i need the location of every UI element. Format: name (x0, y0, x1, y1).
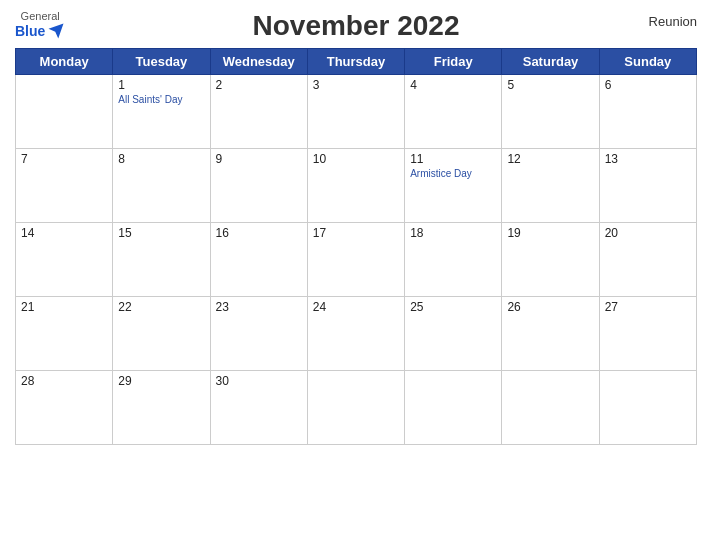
day-number: 4 (410, 78, 496, 92)
day-number: 26 (507, 300, 593, 314)
calendar-cell: 27 (599, 297, 696, 371)
day-number: 29 (118, 374, 204, 388)
calendar-cell: 8 (113, 149, 210, 223)
day-number: 22 (118, 300, 204, 314)
day-number: 3 (313, 78, 399, 92)
day-number: 10 (313, 152, 399, 166)
calendar-cell: 13 (599, 149, 696, 223)
calendar-cell: 11Armistice Day (405, 149, 502, 223)
calendar-table: MondayTuesdayWednesdayThursdayFridaySatu… (15, 48, 697, 445)
calendar-week-row: 1All Saints' Day23456 (16, 75, 697, 149)
day-number: 21 (21, 300, 107, 314)
calendar-cell: 9 (210, 149, 307, 223)
header-top: General Blue November 2022 Reunion (15, 10, 697, 42)
day-number: 24 (313, 300, 399, 314)
day-number: 19 (507, 226, 593, 240)
day-number: 8 (118, 152, 204, 166)
calendar-cell: 10 (307, 149, 404, 223)
calendar-cell: 20 (599, 223, 696, 297)
logo: General Blue (15, 10, 65, 40)
calendar-cell: 25 (405, 297, 502, 371)
day-number: 7 (21, 152, 107, 166)
day-number: 15 (118, 226, 204, 240)
calendar-cell: 26 (502, 297, 599, 371)
day-number: 23 (216, 300, 302, 314)
day-number: 28 (21, 374, 107, 388)
calendar-cell: 21 (16, 297, 113, 371)
weekday-header-friday: Friday (405, 49, 502, 75)
calendar-cell: 22 (113, 297, 210, 371)
day-number: 11 (410, 152, 496, 166)
day-number: 14 (21, 226, 107, 240)
day-number: 2 (216, 78, 302, 92)
calendar-week-row: 14151617181920 (16, 223, 697, 297)
weekday-header-saturday: Saturday (502, 49, 599, 75)
logo-general-text: General (21, 10, 60, 22)
calendar-week-row: 21222324252627 (16, 297, 697, 371)
calendar-cell: 16 (210, 223, 307, 297)
day-number: 30 (216, 374, 302, 388)
calendar-cell: 23 (210, 297, 307, 371)
day-number: 1 (118, 78, 204, 92)
day-number: 20 (605, 226, 691, 240)
calendar-cell: 18 (405, 223, 502, 297)
calendar-cell: 28 (16, 371, 113, 445)
logo-blue-text: Blue (15, 22, 65, 40)
calendar-cell: 3 (307, 75, 404, 149)
calendar-cell: 17 (307, 223, 404, 297)
calendar-cell: 24 (307, 297, 404, 371)
calendar-cell: 15 (113, 223, 210, 297)
weekday-header-monday: Monday (16, 49, 113, 75)
calendar-cell: 2 (210, 75, 307, 149)
calendar-cell: 19 (502, 223, 599, 297)
calendar-cell: 30 (210, 371, 307, 445)
calendar-cell (502, 371, 599, 445)
calendar-cell: 7 (16, 149, 113, 223)
calendar-cell: 4 (405, 75, 502, 149)
calendar-cell (599, 371, 696, 445)
day-number: 9 (216, 152, 302, 166)
weekday-header-sunday: Sunday (599, 49, 696, 75)
calendar-week-row: 282930 (16, 371, 697, 445)
calendar-cell (405, 371, 502, 445)
holiday-name: Armistice Day (410, 168, 496, 179)
day-number: 27 (605, 300, 691, 314)
calendar-week-row: 7891011Armistice Day1213 (16, 149, 697, 223)
day-number: 18 (410, 226, 496, 240)
day-number: 17 (313, 226, 399, 240)
region-label: Reunion (649, 14, 697, 29)
day-number: 6 (605, 78, 691, 92)
calendar-cell: 29 (113, 371, 210, 445)
calendar-cell: 6 (599, 75, 696, 149)
day-number: 12 (507, 152, 593, 166)
day-number: 13 (605, 152, 691, 166)
weekday-header-tuesday: Tuesday (113, 49, 210, 75)
weekday-header-wednesday: Wednesday (210, 49, 307, 75)
calendar-cell: 5 (502, 75, 599, 149)
holiday-name: All Saints' Day (118, 94, 204, 105)
calendar-wrapper: General Blue November 2022 Reunion Monda… (0, 0, 712, 550)
calendar-cell: 12 (502, 149, 599, 223)
day-number: 5 (507, 78, 593, 92)
month-title: November 2022 (252, 10, 459, 42)
calendar-cell (16, 75, 113, 149)
calendar-cell: 1All Saints' Day (113, 75, 210, 149)
weekday-header-thursday: Thursday (307, 49, 404, 75)
day-number: 16 (216, 226, 302, 240)
day-number: 25 (410, 300, 496, 314)
weekday-header-row: MondayTuesdayWednesdayThursdayFridaySatu… (16, 49, 697, 75)
logo-bird-icon (47, 22, 65, 40)
calendar-cell (307, 371, 404, 445)
calendar-cell: 14 (16, 223, 113, 297)
